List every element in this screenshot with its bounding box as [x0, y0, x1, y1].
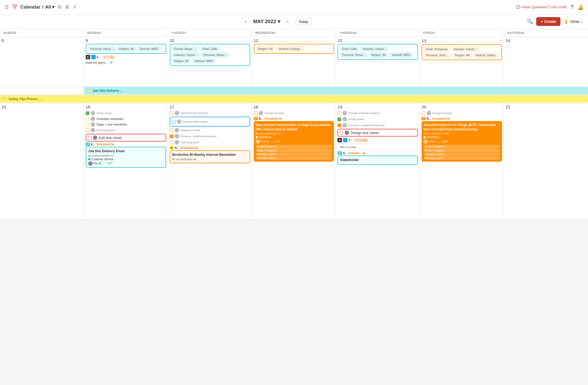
- checkbox-schedule-newsletter[interactable]: [86, 117, 89, 121]
- dot-marketing-wed: [256, 136, 258, 138]
- task-edit-blog-mon[interactable]: − Edit blog post: [86, 127, 166, 133]
- note-box-thu: this is a test.: [338, 144, 418, 150]
- task-schedule-newsletter[interactable]: Schedule newsletter: [86, 116, 166, 121]
- day-headers: SUNDAY MONDAY TUESDAY WEDNESDAY THURSDAY…: [0, 29, 588, 37]
- sched-header-wed18: B B... Scheduled 9a: [254, 117, 334, 120]
- checkbox-approve-email[interactable]: −: [170, 129, 173, 132]
- share-icon[interactable]: ↗: [72, 4, 76, 10]
- tag-vertical-energy: Vertical: Energy...: [276, 46, 304, 51]
- span-job-site: 📁 Job Site Delivery ...: [84, 87, 588, 95]
- iiot-card[interactable]: Industrial Internet of Things (IIoT): Co…: [422, 121, 502, 162]
- day-number-11: 11: [254, 38, 334, 43]
- task-approve-email[interactable]: − Approve email: [170, 127, 250, 133]
- tag-vertical-mro: Vertical: MRO: [137, 46, 161, 51]
- task-stage-test[interactable]: Stage + test newsletter: [86, 122, 166, 127]
- task-design-images-wed[interactable]: − Design images: [254, 110, 334, 116]
- task-edit-website[interactable]: − Edit website content: [170, 110, 250, 116]
- week1-thu12-card[interactable]: Goal: Calls Industry: Indust... Persona:…: [338, 44, 418, 60]
- tag-region-thu: Region: All: [369, 52, 388, 57]
- checkbox-design-tear-sheet-thu[interactable]: [340, 131, 343, 135]
- view-dropdown[interactable]: All ▾: [45, 4, 55, 10]
- task-design-images-fri[interactable]: − Design images: [422, 110, 502, 116]
- task-design-website-thu[interactable]: − Design website content: [338, 110, 418, 116]
- tag-industry: Industry: Indust...: [172, 52, 200, 57]
- week1-tue10-card[interactable]: Funnel Stage: ... Goal: Calls Industry: …: [170, 44, 250, 66]
- calendar-grid: SUNDAY MONDAY TUESDAY WEDNESDAY THURSDAY…: [0, 29, 588, 219]
- checkbox-design-website-thu[interactable]: −: [338, 111, 341, 115]
- edit-tear-sheet-card[interactable]: Edit tear sheet: [86, 134, 166, 141]
- span-safety-tips: 📁 Safety Tips Promo ...: [0, 95, 588, 103]
- week1-fri13-card[interactable]: Goal: Prospects Industry: Indust... Pers…: [422, 44, 502, 60]
- checkbox-stage-test[interactable]: [86, 123, 89, 126]
- avatar-approve-email: [175, 128, 179, 132]
- edit-tear-sheet-label: Edit tear sheet: [99, 136, 122, 140]
- chat-link[interactable]: 💬 Have Questions? Let's chat!: [516, 5, 567, 9]
- design-white-paper-card[interactable]: − Design white paper: [170, 117, 250, 127]
- checkbox-send-email[interactable]: ✓: [86, 111, 89, 115]
- job-site-delivery-email-card[interactable]: Job Site Delivery Email As a procurement…: [86, 147, 166, 168]
- span-empty-sun: [0, 87, 84, 95]
- tag-persona-steve: Persona: Steve...: [88, 46, 116, 51]
- add-event-friday-button[interactable]: +: [500, 38, 502, 43]
- wed18-tags: Funnel Stage: T... Goal: Prospects Indus…: [256, 145, 332, 160]
- checkbox-review-blog-tue[interactable]: ✓: [170, 135, 173, 138]
- month-title[interactable]: MAY 2022 ▾: [253, 18, 280, 25]
- design-tear-sheet-card-thu[interactable]: Design tear sheet: [338, 129, 418, 137]
- task-review-blog-tue[interactable]: ✓ Review + publish blog post: [170, 133, 250, 139]
- checkbox-design-images-wed[interactable]: −: [254, 111, 257, 115]
- mon9-blog-item[interactable]: {how-to} {perm... 🔗: [86, 60, 166, 65]
- header-friday: FRIDAY: [420, 29, 504, 37]
- day-20: 20 − Design images B B... Scheduled 9a I…: [420, 103, 504, 219]
- task-send-email-mon[interactable]: ✓ Send email: [86, 110, 166, 116]
- borderline-newsletter-card[interactable]: Borderline Bi-Weekly Internal Newsletter…: [170, 150, 250, 163]
- filter-icon[interactable]: ⚙: [57, 4, 62, 10]
- tag-industry-thu: Industry: Indust...: [360, 46, 389, 51]
- ideas-button[interactable]: 💡 Ideas ›: [564, 19, 582, 24]
- week1-wed11-card[interactable]: Region: All Vertical: Energy...: [254, 44, 334, 54]
- avatar-design-website-thu: [342, 111, 347, 115]
- checkbox-edit-website[interactable]: −: [170, 111, 173, 115]
- avatar-edit-blog-tue: [175, 140, 179, 145]
- avatar-design-images-wed: [259, 111, 263, 115]
- avatar-edit-tear-sheet: [93, 135, 97, 140]
- tag-industry-fri: Industry: Indust...: [451, 47, 479, 52]
- tue17-scheduled-card[interactable]: N N... Scheduled 8a Borderline Bi-Weekly…: [170, 146, 250, 163]
- task-edit-blog-tue[interactable]: − Edit blog post: [170, 140, 250, 145]
- checkbox-send-email-thu[interactable]: ✓: [338, 117, 341, 121]
- thu19-scheduled-header: ✉ E... Schedul... 3p: [338, 151, 418, 155]
- task-review-blog-thu[interactable]: ✓ Review + publish blog post: [338, 122, 418, 128]
- safety-tips-promo-bar[interactable]: 📁 Safety Tips Promo ...: [0, 95, 588, 103]
- today-button[interactable]: Today: [295, 18, 312, 25]
- checkbox-review-blog-thu[interactable]: ✓: [338, 124, 341, 127]
- job-site-delivery-bar[interactable]: 📁 Job Site Delivery ...: [84, 87, 588, 95]
- tag-funnel: Funnel Stage: ...: [172, 46, 199, 51]
- twitter-icon: 🐦: [91, 55, 96, 59]
- help-button[interactable]: ?: [571, 4, 574, 10]
- checkbox-edit-tear-sheet[interactable]: [88, 136, 91, 140]
- task-send-email-thu[interactable]: ✓ Send email: [338, 116, 418, 122]
- new-product-intro-card[interactable]: New product introduction | 8 ways to acc…: [254, 121, 334, 162]
- checkbox-design-images-fri[interactable]: −: [422, 111, 425, 115]
- day-number-13: 13 +: [422, 38, 502, 43]
- thu19-social-row[interactable]: B 🐦 B... ⏱ 10:56a: [338, 137, 418, 143]
- next-month-button[interactable]: ›: [285, 18, 291, 26]
- prev-month-button[interactable]: ‹: [243, 18, 249, 26]
- toolbar-right: 🔍 + Create 💡 Ideas ›: [527, 17, 582, 26]
- header-saturday: SATURDAY: [504, 29, 588, 37]
- notification-bell[interactable]: 🔔: [578, 4, 584, 10]
- checkbox-design-whitepaper[interactable]: −: [172, 120, 176, 124]
- twitter-icon-thu: 🐦: [343, 138, 347, 142]
- time-badge-thu: ⏱ 10:56a: [354, 138, 369, 142]
- week1-mon9-card[interactable]: Persona: Steve... Region: All Vertical: …: [86, 44, 166, 54]
- mon9-social-row[interactable]: B 🐦 B... ⏱ 2:22p: [86, 54, 166, 60]
- monitor-icon[interactable]: 🖥: [64, 4, 69, 10]
- tag-vertical-safety-fri: Vertical: Safety: [473, 53, 498, 58]
- checkbox-edit-blog-tue[interactable]: −: [170, 141, 173, 144]
- search-icon[interactable]: 🔍: [527, 18, 533, 25]
- mon16-scheduled-card[interactable]: ✉ E... Scheduled 9a Job Site Delivery Em…: [86, 143, 166, 168]
- checkbox-edit-blog-mon[interactable]: −: [86, 129, 89, 132]
- create-button[interactable]: + Create: [536, 17, 560, 26]
- menu-icon[interactable]: ☰: [4, 4, 9, 10]
- day-number-16: 16: [86, 105, 166, 109]
- stakeholder-card[interactable]: Stakeholder: [338, 156, 418, 165]
